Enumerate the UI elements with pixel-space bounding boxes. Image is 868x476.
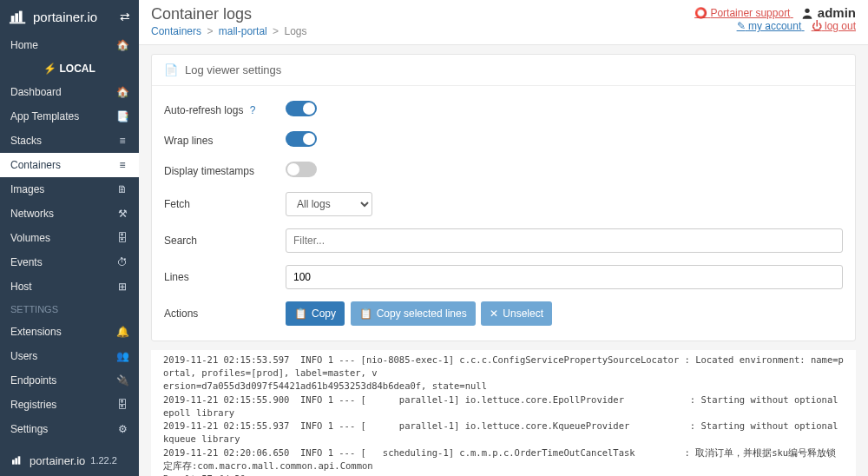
- log-line[interactable]: ersion=d7a055d3d097f54421ad61b4953253d84…: [163, 380, 844, 393]
- clipboard-icon: 📋: [294, 307, 307, 320]
- tach-icon: 🏠: [116, 86, 128, 98]
- copy-button[interactable]: 📋 Copy: [286, 301, 345, 326]
- wrench-icon: ✎: [737, 20, 746, 32]
- svg-rect-0: [11, 16, 15, 22]
- svg-rect-1: [15, 13, 18, 22]
- host-icon: ⊞: [116, 281, 128, 293]
- user-icon: [800, 6, 814, 20]
- user-icon: 👥: [116, 350, 128, 362]
- net-icon: ⚒: [116, 208, 128, 220]
- swap-icon[interactable]: ⇄: [120, 10, 130, 23]
- vol-icon: 🗄: [116, 232, 128, 244]
- wraplines-label: Wrap lines: [164, 135, 213, 147]
- timestamps-label: Display timestamps: [164, 165, 254, 177]
- img-icon: 🗎: [116, 183, 128, 195]
- fetch-label: Fetch: [164, 198, 190, 210]
- autorefresh-help-icon[interactable]: ?: [250, 104, 256, 116]
- sidebar-item-label: App Templates: [10, 110, 79, 122]
- settings-panel-header: 📄 Log viewer settings: [152, 55, 855, 86]
- sidebar-item-label: Registries: [10, 399, 56, 411]
- svg-rect-6: [18, 456, 21, 464]
- db-icon: 🗄: [116, 399, 128, 411]
- fetch-select[interactable]: All logs: [286, 192, 372, 216]
- power-icon: ⏻: [812, 20, 822, 32]
- stack-icon: ≡: [116, 135, 128, 147]
- sidebar-item-registries[interactable]: Registries🗄: [0, 393, 139, 417]
- svg-rect-4: [12, 459, 15, 464]
- search-input[interactable]: [286, 228, 843, 253]
- lines-input[interactable]: [286, 265, 843, 289]
- sidebar-item-endpoints[interactable]: Endpoints🔌: [0, 368, 139, 393]
- home-icon: 🏠: [116, 39, 128, 51]
- unselect-button[interactable]: ✕ Unselect: [481, 301, 552, 326]
- search-label: Search: [164, 235, 197, 247]
- breadcrumb-containers[interactable]: Containers: [151, 25, 201, 37]
- lines-label: Lines: [164, 271, 189, 283]
- sidebar-item-extensions[interactable]: Extensions🔔: [0, 320, 139, 344]
- log-line[interactable]: 2019-11-21 02:15:53.597 INFO 1 --- [nio-…: [163, 354, 844, 380]
- sidebar-item-label: Host: [10, 281, 32, 293]
- sidebar-item-label: Endpoints: [10, 374, 56, 387]
- sidebar-item-images[interactable]: Images🗎: [0, 177, 139, 202]
- sidebar-item-label: Stacks: [10, 135, 42, 147]
- actions-label: Actions: [164, 307, 198, 320]
- sidebar-endpoint-label[interactable]: ⚡ LOCAL: [0, 57, 139, 80]
- timestamps-toggle[interactable]: [286, 162, 317, 177]
- close-icon: ✕: [490, 307, 498, 320]
- page-title: Container logs: [151, 5, 306, 23]
- copy-selected-button[interactable]: 📋 Copy selected lines: [351, 301, 476, 326]
- sidebar-item-label: Settings: [10, 423, 48, 435]
- svg-rect-3: [10, 22, 25, 23]
- sidebar-item-settings[interactable]: Settings⚙: [0, 417, 139, 441]
- svg-point-7: [805, 8, 809, 12]
- sidebar-item-label: Extensions: [10, 326, 62, 338]
- sidebar-item-label: Users: [10, 350, 37, 362]
- sidebar-item-home[interactable]: Home🏠: [0, 33, 139, 57]
- sidebar-footer: portainer.io 1.22.2: [0, 445, 139, 476]
- support-link[interactable]: ⭕ Portainer support: [694, 7, 793, 19]
- ext-icon: 🔔: [116, 326, 128, 338]
- logout-link[interactable]: ⏻ log out: [812, 20, 856, 32]
- sidebar-item-label: Volumes: [10, 232, 50, 244]
- autorefresh-label: Auto-refresh logs: [164, 104, 243, 116]
- breadcrumb: Containers > mall-portal > Logs: [151, 25, 306, 37]
- breadcrumb-container-name[interactable]: mall-portal: [219, 25, 267, 37]
- cog-icon: ⚙: [116, 423, 128, 435]
- wraplines-toggle[interactable]: [286, 131, 317, 147]
- log-output[interactable]: 2019-11-21 02:15:53.597 INFO 1 --- [nio-…: [151, 350, 856, 476]
- current-user[interactable]: admin: [800, 5, 856, 20]
- document-icon: 📄: [164, 63, 178, 76]
- brand-logo[interactable]: portainer.io: [9, 7, 97, 26]
- autorefresh-toggle[interactable]: [286, 101, 317, 116]
- plug-icon: 🔌: [116, 374, 128, 387]
- sidebar-item-label: Containers: [10, 159, 61, 171]
- log-line[interactable]: 2019-11-21 02:15:55.900 INFO 1 --- [ par…: [163, 393, 844, 420]
- sidebar-item-label: Events: [10, 256, 43, 268]
- sidebar-item-label: Networks: [10, 208, 54, 220]
- breadcrumb-current: Logs: [284, 25, 306, 37]
- tmpl-icon: 📑: [116, 110, 128, 122]
- sidebar-item-app-templates[interactable]: App Templates📑: [0, 104, 139, 129]
- sidebar-item-dashboard[interactable]: Dashboard🏠: [0, 80, 139, 104]
- svg-rect-5: [15, 458, 17, 464]
- sidebar-item-label: Dashboard: [10, 86, 62, 98]
- log-line[interactable]: Result@57afde30: [163, 473, 844, 476]
- svg-rect-2: [19, 11, 23, 23]
- clipboard-icon: 📋: [359, 307, 372, 320]
- list-icon: ≡: [116, 159, 128, 171]
- sidebar-item-events[interactable]: Events⏱: [0, 250, 139, 274]
- sidebar-item-host[interactable]: Host⊞: [0, 274, 139, 299]
- sidebar-item-networks[interactable]: Networks⚒: [0, 202, 139, 226]
- sidebar-item-stacks[interactable]: Stacks≡: [0, 129, 139, 153]
- sidebar-item-containers[interactable]: Containers≡: [0, 153, 139, 177]
- sidebar-item-volumes[interactable]: Volumes🗄: [0, 226, 139, 250]
- log-line[interactable]: 2019-11-21 02:20:06.650 INFO 1 --- [ sch…: [163, 446, 844, 473]
- lifebuoy-icon: ⭕: [694, 7, 707, 19]
- my-account-link[interactable]: ✎ my account: [737, 20, 805, 32]
- sidebar-item-users[interactable]: Users👥: [0, 344, 139, 368]
- sidebar-section-settings: SETTINGS: [0, 299, 139, 320]
- log-line[interactable]: 2019-11-21 02:15:55.937 INFO 1 --- [ par…: [163, 420, 844, 446]
- evt-icon: ⏱: [116, 256, 128, 268]
- sidebar-item-label: Images: [10, 183, 44, 195]
